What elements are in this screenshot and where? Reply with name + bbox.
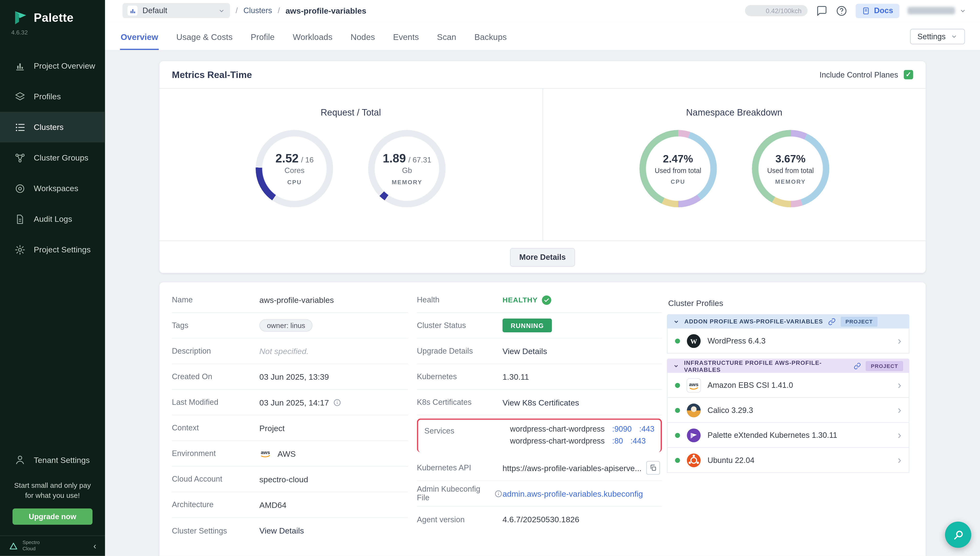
running-status-badge: RUNNING [502,319,552,332]
cpu-request-donut: 2.52 / 16 Cores CPU [256,130,334,207]
chevron-down-icon [673,318,679,325]
status-dot-green [675,408,680,413]
profile-layer-ebs-csi[interactable]: aws Amazon EBS CSI 1.41.0 › [667,373,909,398]
k8s-certificates-label: K8s Certificates [417,398,503,407]
help-icon[interactable] [836,5,848,17]
info-icon[interactable] [334,398,342,406]
project-scope-icon [128,5,138,16]
sidebar-item-label: Project Overview [34,61,95,71]
detail-row-kubernetes: Kubernetes 1.30.11 [417,364,662,390]
request-total-donuts: 2.52 / 16 Cores CPU [256,130,446,207]
sidebar-item-cluster-groups[interactable]: Cluster Groups [0,142,105,173]
created-on-label: Created On [172,372,259,381]
sidebar-item-label: Workspaces [34,184,78,193]
layer-name: Amazon EBS CSI 1.41.0 [708,381,793,390]
tab-events[interactable]: Events [393,32,420,50]
docs-label: Docs [874,6,893,15]
sidebar-item-workspaces[interactable]: Workspaces [0,173,105,204]
layer-name: Palette eXtended Kubernetes 1.30.11 [708,431,837,440]
service-port-link[interactable]: :9090 [612,425,632,433]
spectro-cloud-logo-icon [9,541,18,551]
memory-unit: Gb [402,166,412,175]
collapse-sidebar-icon[interactable]: ‹ [93,541,96,551]
user-menu[interactable] [907,7,966,15]
services-row-highlighted: Services wordpress-chart-wordpress :9090… [417,419,662,452]
chat-icon[interactable] [816,5,828,17]
tab-overview[interactable]: Overview [120,32,159,50]
kubeconfig-download-link[interactable]: admin.aws-profile-variables.kubeconfig [502,489,643,498]
settings-button[interactable]: Settings [910,29,965,44]
service-port-link[interactable]: :443 [639,425,654,433]
app-root: Palette 4.6.32 Project Overview Profiles [0,0,980,556]
profile-layer-pxk[interactable]: Palette eXtended Kubernetes 1.30.11 › [667,423,909,448]
addon-profile-header[interactable]: ADDON PROFILE AWS-PROFILE-VARIABLES PROJ… [667,314,909,328]
docs-icon [862,6,870,15]
profile-layer-wordpress[interactable]: W WordPress 6.4.3 › [667,328,909,353]
person-icon [15,454,26,465]
sidebar-item-audit-logs[interactable]: Audit Logs [0,204,105,234]
content: Metrics Real-Time Include Control Planes… [105,50,980,556]
upgrade-details-label: Upgrade Details [417,347,503,356]
palette-kubernetes-icon [686,428,701,443]
sidebar-nav: Project Overview Profiles Clusters Clust… [0,50,105,265]
tab-backups[interactable]: Backups [474,32,507,50]
profile-layer-calico[interactable]: Calico 3.29.3 › [667,398,909,423]
profile-layer-ubuntu[interactable]: Ubuntu 22.04 › [667,448,909,473]
chevron-right-icon: › [897,430,901,440]
tab-usage-costs[interactable]: Usage & Costs [176,32,233,50]
cluster-groups-icon [15,152,26,163]
cloud-account-value: spectro-cloud [259,474,308,484]
audit-logs-icon [15,213,26,225]
detail-row-last-modified: Last Modified 03 Jun 2025, 14:17 [172,390,408,415]
cluster-settings-view-details-link[interactable]: View Details [259,526,304,535]
breadcrumb-clusters-link[interactable]: Clusters [243,6,272,15]
chevron-right-icon: › [897,380,901,390]
sidebar: Palette 4.6.32 Project Overview Profiles [0,0,105,556]
namespace-memory-label: MEMORY [775,178,806,185]
metrics-title: Metrics Real-Time [172,70,252,80]
view-k8s-certificates-link[interactable]: View K8s Certificates [502,398,579,407]
spectro-cloud-label: Spectro Cloud [23,540,89,552]
detail-row-k8s-certificates: K8s Certificates View K8s Certificates [417,390,662,415]
sidebar-item-project-settings[interactable]: Project Settings [0,234,105,265]
service-port-link[interactable]: :80 [612,436,623,446]
tab-workloads[interactable]: Workloads [292,32,333,50]
brand: Palette [0,0,105,27]
project-badge: PROJECT [866,361,903,371]
checkbox-checked-icon[interactable]: ✓ [904,70,913,79]
user-name-redacted [907,7,955,15]
info-icon[interactable] [494,490,502,498]
upgrade-view-details-link[interactable]: View Details [502,346,547,356]
project-selector[interactable]: Default [123,3,230,18]
include-control-planes-toggle[interactable]: Include Control Planes ✓ [820,70,913,79]
agent-version-label: Agent version [417,515,503,524]
breadcrumb-separator: / [236,6,238,15]
cluster-details-card: Name aws-profile-variables Tags owner: l… [159,282,926,556]
docs-button[interactable]: Docs [856,3,899,18]
support-fab-button[interactable] [945,522,971,548]
tab-scan[interactable]: Scan [436,32,457,50]
upgrade-now-button[interactable]: Upgrade now [13,508,92,525]
infrastructure-profile-name: INFRASTRUCTURE PROFILE AWS-PROFILE-VARIA… [684,359,849,372]
namespace-donuts: 2.47% Used from total CPU 3.67% Used fro… [639,130,829,207]
more-details-button[interactable]: More Details [510,247,575,266]
metrics-body: Request / Total 2.52 / 16 Cores [159,89,926,241]
infrastructure-profile-header[interactable]: INFRASTRUCTURE PROFILE AWS-PROFILE-VARIA… [667,359,909,373]
sidebar-item-tenant-settings[interactable]: Tenant Settings [0,445,105,475]
kubernetes-label: Kubernetes [417,372,503,381]
namespace-memory-percent: 3.67% [775,153,805,165]
promo-line-1: Start small and only pay [0,480,105,490]
service-port-link[interactable]: :443 [630,436,646,446]
sidebar-item-project-overview[interactable]: Project Overview [0,50,105,81]
sidebar-item-clusters[interactable]: Clusters [0,112,105,142]
last-modified-label: Last Modified [172,398,259,407]
link-icon[interactable] [854,362,861,369]
agent-version-value: 4.6.7/20250530.1826 [502,515,579,524]
sidebar-spacer [0,265,105,444]
sidebar-item-profiles[interactable]: Profiles [0,81,105,112]
tab-profile[interactable]: Profile [250,32,275,50]
search-icon [952,529,964,541]
copy-icon[interactable] [646,461,660,475]
tab-nodes[interactable]: Nodes [350,32,376,50]
link-icon[interactable] [828,318,836,325]
